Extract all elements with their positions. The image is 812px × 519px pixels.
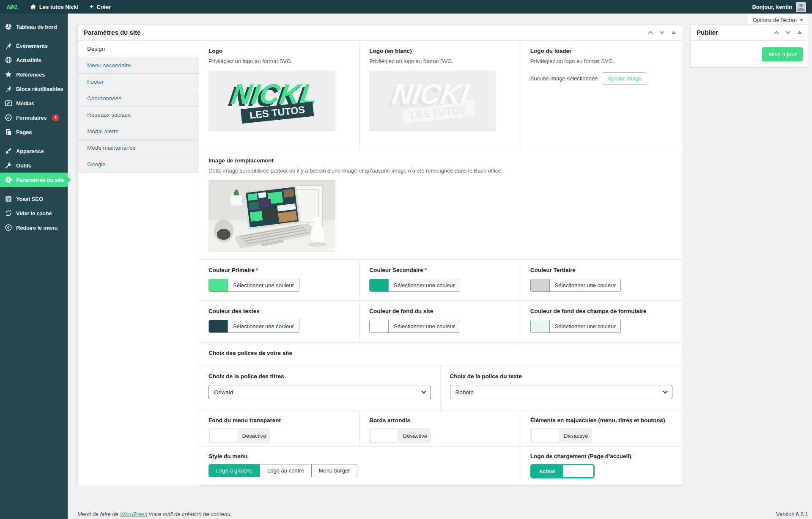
menu-style-option-burger[interactable]: Menu burger [311,464,357,477]
sidebar-item-references[interactable]: Références [0,67,68,82]
page-title: Paramètres du site [84,29,140,36]
secondary-color-picker[interactable]: Sélectionner une couleur [369,279,460,292]
color-swatch[interactable] [370,279,388,291]
menu-style-option-logo-center[interactable]: Logo au centre [260,464,311,477]
tab-menu-secondaire[interactable]: Menu secondaire [78,57,199,74]
toggle-knob [370,429,399,442]
update-button[interactable]: Mise à jour [762,47,803,61]
color-swatch[interactable] [370,320,388,332]
adminbar-site-link[interactable]: Les tutos Nickl [25,0,84,14]
star-icon [5,71,12,78]
gear-icon [5,176,12,184]
tab-coordonnees[interactable]: Coordonnées [78,90,199,107]
sidebar-item-evenements[interactable]: Évènements [0,38,68,53]
add-image-button[interactable]: Ajouter image [602,72,647,85]
transparent-menu-toggle[interactable]: Désactivé [208,428,270,443]
select-color-button[interactable]: Sélectionner une couleur [549,279,621,291]
collapse-panel-icon[interactable] [672,31,676,34]
loading-logo-toggle[interactable]: Activé [530,464,595,478]
globe-icon [5,56,12,64]
transparent-menu-field: Fond du menu transparent Désactivé [199,411,360,446]
settings-tabs: Design Menu secondaire Footer Coordonnée… [78,41,199,486]
person-icon [796,2,806,11]
footer-thanks: Merci de faire deWordPressvotre outil de… [77,511,232,517]
plus-icon: + [89,3,93,10]
media-icon [5,99,12,107]
title-font-select[interactable]: Oswald [208,385,431,399]
form-field-background-color-field: Couleur de fond des champs de formulaire… [521,301,682,342]
loader-logo-field: Logo du loader Privilégiez un logo au fo… [521,41,682,150]
sidebar-item-medias[interactable]: Médias [0,96,68,110]
adminbar-greeting[interactable]: Bonjour, kentin [752,4,792,10]
panel-header: Paramètres du site [78,25,682,41]
select-color-button[interactable]: Sélectionner une couleur [388,279,460,291]
tab-modal-alerte[interactable]: Modal alerte [78,123,199,140]
move-down-icon[interactable] [659,29,664,34]
brush-icon [5,147,12,155]
move-up-icon[interactable] [648,31,653,36]
color-swatch[interactable] [531,279,549,291]
site-background-color-picker[interactable]: Sélectionner une couleur [369,320,460,333]
toggle-knob [209,429,238,442]
admin-sidebar: Tableau de bord Évènements Actualités Ré… [0,14,68,519]
fallback-image-field: Image de remplacement Cette image sera u… [199,150,682,259]
sidebar-item-yoast-seo[interactable]: y Yoast SEO [0,192,68,206]
select-color-button[interactable]: Sélectionner une couleur [228,279,299,291]
secondary-color-field: Couleur Secondaire* Sélectionner une cou… [360,260,521,300]
sidebar-item-parametres-du-site[interactable]: Paramètres du site [0,173,68,187]
fallback-image-preview[interactable] [208,180,335,252]
chevron-down-icon [663,389,667,393]
move-up-icon[interactable] [774,31,779,36]
logo-white-preview[interactable]: NICKL NICKL LES TUTOS [369,71,496,131]
nickl-logo-image: NICKL NICKL LES TUTOS [217,74,327,127]
text-color-field: Couleur des textes Sélectionner une coul… [199,301,360,342]
wordpress-link[interactable]: WordPress [120,511,147,517]
sidebar-item-dashboard[interactable]: Tableau de bord [0,19,68,34]
tab-mode-maintenance[interactable]: Mode maintenance [78,140,199,156]
rounded-corners-toggle[interactable]: Désactivé [369,428,431,443]
nickl-logo-white-image: NICKL NICKL LES TUTOS [378,74,488,127]
dashboard-icon [5,23,12,30]
collapse-panel-icon[interactable] [798,31,802,34]
tab-reseaux-sociaux[interactable]: Réseaux sociaux [78,107,199,123]
select-color-button[interactable]: Sélectionner une couleur [549,320,621,332]
title-font-field: Choix de la police des titres Oswald [199,366,441,411]
logo-field: Logo Privilégiez un logo au format SVG. … [199,41,360,150]
tertiary-color-field: Couleur Tertiaire Sélectionner une coule… [521,260,682,300]
nkl-logo[interactable]: NKL [0,3,25,11]
select-color-button[interactable]: Sélectionner une couleur [228,320,299,332]
sidebar-item-vider-le-cache[interactable]: Vider le cache [0,206,68,220]
adminbar-new-button[interactable]: + Créer [84,0,116,14]
tab-footer[interactable]: Footer [78,74,199,90]
sidebar-item-formulaires[interactable]: Formulaires 1 [0,110,68,125]
text-color-picker[interactable]: Sélectionner une couleur [208,320,299,333]
formulaires-count-badge: 1 [52,114,59,121]
form-field-background-color-picker[interactable]: Sélectionner une couleur [530,320,621,333]
sidebar-item-pages[interactable]: Pages [0,125,68,139]
sidebar-item-actualites[interactable]: Actualités [0,53,68,67]
adminbar-new-label: Créer [96,4,111,10]
logo-preview[interactable]: NICKL NICKL LES TUTOS [208,71,335,131]
select-color-button[interactable]: Sélectionner une couleur [388,320,460,332]
uppercase-elements-toggle[interactable]: Désactivé [530,428,592,443]
color-swatch[interactable] [531,320,549,332]
fonts-section-title: Choix des polices de votre site [208,350,672,356]
color-swatch[interactable] [209,279,228,291]
uppercase-elements-field: Éléments en majuscules (menu, titres et … [521,411,682,446]
tertiary-color-picker[interactable]: Sélectionner une couleur [530,279,621,292]
sidebar-item-reduire-le-menu[interactable]: Réduire le menu [0,220,68,235]
required-asterisk: * [425,267,427,273]
avatar[interactable] [796,2,806,12]
pin-icon [5,42,12,49]
sidebar-item-blocs-reutilisables[interactable]: Blocs réutilisables [0,82,68,96]
loading-logo-field: Logo de chargement (Page d'accueil) Acti… [521,447,682,486]
move-down-icon[interactable] [785,29,790,34]
sidebar-item-outils[interactable]: Outils [0,158,68,173]
tab-google[interactable]: Google [78,156,199,173]
tab-design[interactable]: Design [78,41,200,57]
text-font-select[interactable]: Roboto [450,385,673,399]
primary-color-picker[interactable]: Sélectionner une couleur [208,279,299,292]
color-swatch[interactable] [209,320,228,332]
menu-style-option-logo-left[interactable]: Logo à gauche [209,464,260,477]
sidebar-item-apparence[interactable]: Apparence [0,144,68,158]
